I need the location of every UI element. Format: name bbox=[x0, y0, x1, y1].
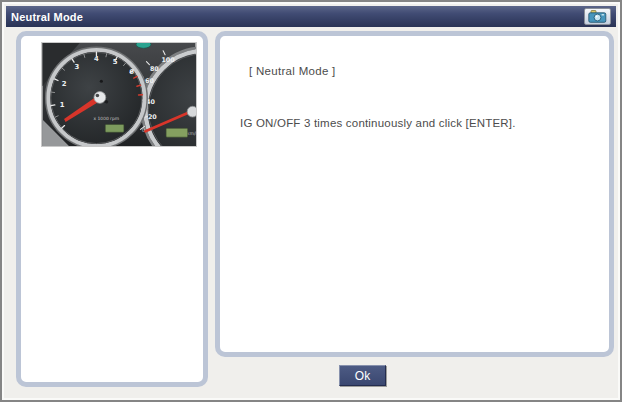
speedo-label: 80 bbox=[150, 65, 159, 73]
tachometer: 1 2 3 4 5 6 x 1000 rpm bbox=[46, 47, 147, 147]
message-panel: [ Neutral Mode ] IG ON/OFF 3 times conti… bbox=[215, 31, 614, 357]
speedo-label: 60 bbox=[145, 77, 154, 85]
tach-label: 5 bbox=[113, 58, 118, 66]
speedo-label: 100 bbox=[161, 56, 175, 64]
image-panel: 20 40 60 80 100 0 km/h bbox=[16, 31, 208, 387]
tach-hub bbox=[94, 92, 106, 104]
instrument-cluster-photo: 20 40 60 80 100 0 km/h bbox=[41, 42, 197, 147]
mode-heading: [ Neutral Mode ] bbox=[249, 65, 609, 77]
camera-icon bbox=[588, 10, 607, 23]
tach-label: 3 bbox=[74, 63, 79, 71]
turn-indicator-lamp bbox=[136, 42, 151, 48]
tach-label: 2 bbox=[62, 80, 67, 88]
tach-lcd bbox=[105, 124, 124, 132]
speedo-hub bbox=[187, 106, 197, 117]
capture-button[interactable] bbox=[584, 8, 611, 25]
instruction-text: IG ON/OFF 3 times continuously and click… bbox=[240, 117, 609, 129]
ok-button[interactable]: Ok bbox=[339, 365, 386, 386]
tach-label: 4 bbox=[94, 55, 99, 63]
window-title: Neutral Mode bbox=[6, 11, 83, 23]
tach-label: 1 bbox=[60, 101, 65, 109]
tach-label: 6 bbox=[129, 68, 134, 76]
titlebar: Neutral Mode bbox=[6, 6, 616, 27]
speedo-unit: km/h bbox=[187, 131, 197, 136]
dialog-window: Neutral Mode bbox=[0, 0, 622, 402]
speedo-label: 20 bbox=[148, 113, 157, 121]
tach-unit: x 1000 rpm bbox=[93, 116, 119, 121]
odometer-lcd bbox=[166, 128, 188, 137]
